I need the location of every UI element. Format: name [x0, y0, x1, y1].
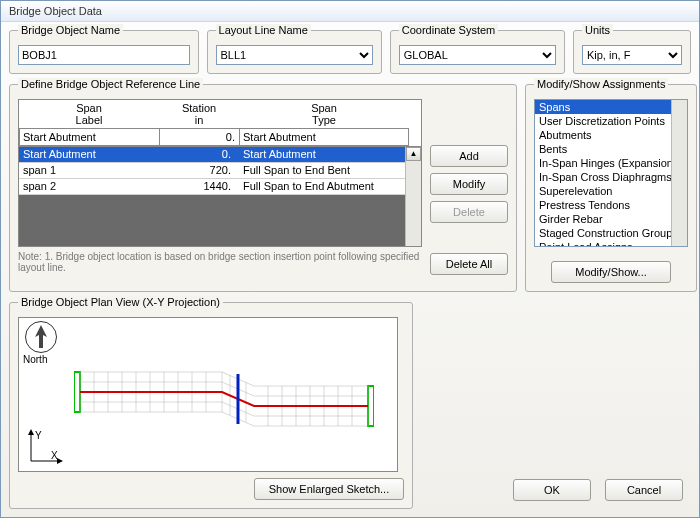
refline-group: Define Bridge Object Reference Line Span… [9, 84, 517, 292]
cell-label: span 1 [19, 163, 159, 178]
refline-header: Span Label Station in Span Type [19, 100, 421, 128]
title-bar: Bridge Object Data [1, 1, 699, 22]
svg-rect-1 [39, 334, 43, 348]
table-row[interactable]: Start Abutment0.Start Abutment [19, 147, 421, 163]
col-span-label: Span Label [19, 100, 159, 128]
list-item[interactable]: Spans [535, 100, 671, 114]
svg-marker-26 [28, 429, 34, 435]
assign-group: Modify/Show Assignments SpansUser Discre… [525, 84, 697, 292]
coord-sys-group: Coordinate System GLOBAL [390, 30, 565, 74]
middle-row: Define Bridge Object Reference Line Span… [9, 84, 691, 292]
list-item[interactable]: Staged Construction Groups [535, 226, 671, 240]
refline-note: Note: 1. Bridge object location is based… [18, 251, 422, 273]
refline-group-label: Define Bridge Object Reference Line [18, 78, 203, 90]
bridge-name-group: Bridge Object Name [9, 30, 199, 74]
axis-x-label: X [51, 450, 58, 461]
assign-list[interactable]: SpansUser Discretization PointsAbutments… [534, 99, 688, 247]
refline-input-type[interactable] [239, 128, 409, 146]
list-item[interactable]: Superelevation [535, 184, 671, 198]
units-combo[interactable]: Kip, in, F [582, 45, 682, 65]
compass-icon [25, 321, 57, 353]
col-station: Station in [159, 100, 239, 128]
cell-type: Full Span to End Bent [239, 163, 407, 178]
cell-label: span 2 [19, 179, 159, 194]
refline-scrollbar[interactable]: ▲ [405, 147, 421, 246]
refline-input-row [19, 128, 421, 146]
svg-rect-3 [368, 386, 374, 426]
dialog-window: Bridge Object Data Bridge Object Name La… [0, 0, 700, 518]
refline-buttons: Add Modify Delete Delete All [430, 99, 508, 275]
cell-station: 1440. [159, 179, 239, 194]
delete-button[interactable]: Delete [430, 201, 508, 223]
axis-icon: Y X [25, 427, 65, 467]
show-enlarged-button[interactable]: Show Enlarged Sketch... [254, 478, 404, 500]
add-button[interactable]: Add [430, 145, 508, 167]
col-span-type: Span Type [239, 100, 409, 128]
layout-line-group: Layout Line Name BLL1 [207, 30, 382, 74]
cancel-button[interactable]: Cancel [605, 479, 683, 501]
list-item[interactable]: Bents [535, 142, 671, 156]
delete-all-button[interactable]: Delete All [430, 253, 508, 275]
ok-button[interactable]: OK [513, 479, 591, 501]
list-item[interactable]: Point Load Assigns [535, 240, 671, 247]
bridge-name-input[interactable] [18, 45, 190, 65]
top-row: Bridge Object Name Layout Line Name BLL1… [9, 30, 691, 74]
bridge-sketch [74, 366, 374, 438]
refline-table: Span Label Station in Span Type Start Ab… [18, 99, 422, 247]
plan-group: Bridge Object Plan View (X-Y Projection)… [9, 302, 413, 509]
footer-buttons: OK Cancel [513, 479, 683, 501]
list-item[interactable]: Abutments [535, 128, 671, 142]
bridge-name-label: Bridge Object Name [18, 24, 123, 36]
assign-group-label: Modify/Show Assignments [534, 78, 668, 90]
scroll-up-icon[interactable]: ▲ [406, 147, 421, 161]
svg-rect-2 [74, 372, 80, 412]
list-item[interactable]: In-Span Cross Diaphragms [535, 170, 671, 184]
units-group: Units Kip, in, F [573, 30, 691, 74]
cell-station: 720. [159, 163, 239, 178]
table-row[interactable]: span 1720.Full Span to End Bent [19, 163, 421, 179]
svg-marker-28 [57, 458, 63, 464]
coord-sys-combo[interactable]: GLOBAL [399, 45, 556, 65]
list-item[interactable]: Prestress Tendons [535, 198, 671, 212]
layout-line-label: Layout Line Name [216, 24, 311, 36]
north-label: North [23, 354, 47, 365]
coord-sys-label: Coordinate System [399, 24, 499, 36]
cell-label: Start Abutment [19, 147, 159, 162]
refline-input-label[interactable] [19, 128, 159, 146]
plan-group-label: Bridge Object Plan View (X-Y Projection) [18, 296, 223, 308]
assign-scrollbar[interactable] [671, 100, 687, 246]
cell-station: 0. [159, 147, 239, 162]
list-item[interactable]: Girder Rebar [535, 212, 671, 226]
layout-line-combo[interactable]: BLL1 [216, 45, 373, 65]
modify-show-button[interactable]: Modify/Show... [551, 261, 671, 283]
cell-type: Full Span to End Abutment [239, 179, 407, 194]
list-item[interactable]: User Discretization Points [535, 114, 671, 128]
refline-input-station[interactable] [159, 128, 239, 146]
list-item[interactable]: In-Span Hinges (Expansion Jts) [535, 156, 671, 170]
table-row[interactable]: span 21440.Full Span to End Abutment [19, 179, 421, 195]
dialog-content: Bridge Object Name Layout Line Name BLL1… [1, 22, 699, 517]
cell-type: Start Abutment [239, 147, 407, 162]
plan-canvas: North [18, 317, 398, 472]
axis-y-label: Y [35, 430, 42, 441]
window-title: Bridge Object Data [9, 5, 102, 17]
units-label: Units [582, 24, 613, 36]
refline-body: Start Abutment0.Start Abutmentspan 1720.… [19, 146, 421, 246]
modify-button[interactable]: Modify [430, 173, 508, 195]
